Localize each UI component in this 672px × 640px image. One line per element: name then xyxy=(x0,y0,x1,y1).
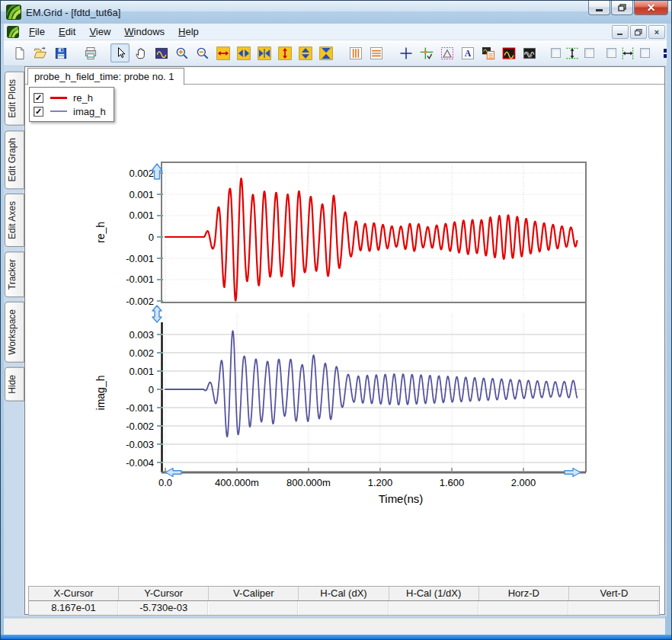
sidebar-tab-edit-axes[interactable]: Edit Axes xyxy=(5,194,24,247)
col-header-h-cal-dx-: H-Cal (dX) xyxy=(299,587,389,600)
trace-imag-h xyxy=(165,331,577,437)
zoom-in-icon[interactable] xyxy=(172,43,191,62)
scroll-right-arrow[interactable] xyxy=(565,469,581,477)
legend: ✓re_h✓imag_h xyxy=(29,87,114,122)
title-bar[interactable]: EM.Grid - [fdtd_tut6a] ✕ xyxy=(1,1,672,24)
sidebar-tab-tracker[interactable]: Tracker xyxy=(5,251,24,297)
minimize-button[interactable] xyxy=(588,1,610,15)
window-title: EM.Grid - [fdtd_tut6a] xyxy=(26,7,120,18)
h-link-icon[interactable] xyxy=(618,43,637,62)
red-wave-icon[interactable] xyxy=(499,43,518,62)
signal-select-icon[interactable] xyxy=(152,43,171,62)
col-header-horz-d: Horz-D xyxy=(479,587,569,600)
x-tick-label: 1.200 xyxy=(368,477,393,488)
mdi-close-button[interactable]: × xyxy=(648,25,665,39)
y-tick-label: 0.002 xyxy=(129,347,154,359)
layout-button[interactable]: Layou xyxy=(664,47,667,59)
col-header-v-caliper: V-Caliper xyxy=(209,587,299,600)
col-value-y-cursor: -5.730e-03 xyxy=(119,601,209,615)
svg-text:A: A xyxy=(464,49,471,59)
scroll-left-arrow[interactable] xyxy=(165,469,181,477)
close-button[interactable]: ✕ xyxy=(634,1,668,15)
col-header-vert-d: Vert-D xyxy=(569,587,659,600)
horizontal-stripes-icon[interactable] xyxy=(366,43,386,62)
sidebar-tab-hide[interactable]: Hide xyxy=(5,367,24,402)
crosshair-icon[interactable] xyxy=(396,43,415,62)
x-axis-title: Time(ns) xyxy=(379,492,424,505)
y-tick-label: -0.003 xyxy=(126,439,154,450)
legend-item-imag-h[interactable]: ✓imag_h xyxy=(34,104,106,118)
scroll-updown-arrow[interactable] xyxy=(152,306,162,322)
y-tick-label: 0.001 xyxy=(129,366,154,377)
text-icon[interactable]: A xyxy=(458,43,477,62)
col-header-y-cursor: Y-Cursor xyxy=(119,587,209,600)
pan-hand-icon[interactable] xyxy=(131,43,150,62)
menu-edit[interactable]: Edit xyxy=(52,24,82,40)
legend-label: imag_h xyxy=(73,106,106,117)
y-tick-label: 0 xyxy=(149,232,154,243)
expand-x-icon[interactable] xyxy=(213,43,232,62)
mdi-restore-button[interactable] xyxy=(630,25,647,39)
col-value-vert-d xyxy=(569,601,659,615)
legend-item-re-h[interactable]: ✓re_h xyxy=(34,91,106,104)
menu-help[interactable]: Help xyxy=(171,24,206,40)
vertical-stripes-icon[interactable] xyxy=(346,43,365,62)
restore-icon xyxy=(635,29,642,36)
x-tick-label: 0.0 xyxy=(158,477,172,488)
y-tick-label: -0.002 xyxy=(126,296,154,307)
y-axis-title-imag-h: imag_h xyxy=(94,376,107,411)
minimize-icon xyxy=(596,9,603,11)
col-value-v-caliper xyxy=(209,601,299,615)
tab-probe-h-field-time[interactable]: probe_h_field_time: probe no. 1 xyxy=(27,68,184,85)
x-tick-label: 800.000m xyxy=(286,477,331,488)
waves-icon[interactable] xyxy=(520,43,539,62)
status-bar xyxy=(4,618,665,636)
col-value-horz-d xyxy=(479,601,569,615)
caliper-icon[interactable] xyxy=(437,43,456,62)
sidebar-tab-edit-graph[interactable]: Edit Graph xyxy=(5,130,24,189)
trace-re-h xyxy=(165,178,577,300)
v-link-right-checkbox[interactable] xyxy=(584,48,594,58)
sidebar: Edit PlotsEdit GraphEdit AxesTrackerWork… xyxy=(5,69,24,613)
expand-y-icon[interactable] xyxy=(275,43,294,62)
y-tick-label: 0.002 xyxy=(129,168,154,179)
col-value-h-cal-dx- xyxy=(299,601,389,615)
zoom-out-icon[interactable] xyxy=(193,43,212,62)
work-area: Edit PlotsEdit GraphEdit AxesTrackerWork… xyxy=(4,66,667,616)
y-tick-label: -0.001 xyxy=(126,274,154,285)
menu-bar: FileEditViewWindowsHelp × xyxy=(4,24,667,40)
menu-windows[interactable]: Windows xyxy=(117,24,171,40)
sidebar-tab-workspace[interactable]: Workspace xyxy=(5,302,24,363)
tracker-icon[interactable] xyxy=(417,43,436,62)
chart[interactable]: 0.0020.0010.0010-0.001-0.001-0.002re_h0.… xyxy=(92,156,595,514)
window-border-bottom xyxy=(1,635,671,639)
sidebar-tab-edit-plots[interactable]: Edit Plots xyxy=(5,72,24,126)
print-icon[interactable] xyxy=(81,43,100,62)
close-icon: × xyxy=(654,27,659,37)
col-header-x-cursor: X-Cursor xyxy=(29,587,119,600)
y-tick-label: -0.004 xyxy=(126,457,154,469)
h-link-right-checkbox[interactable] xyxy=(640,48,650,58)
legend-checkbox-re-h[interactable]: ✓ xyxy=(34,93,43,103)
legend-label: re_h xyxy=(73,92,93,104)
fit-y-icon[interactable] xyxy=(316,43,335,62)
open-folder-icon[interactable] xyxy=(30,43,50,62)
h-link-left-checkbox[interactable] xyxy=(606,48,616,58)
v-link-left-checkbox[interactable] xyxy=(551,48,561,58)
menu-file[interactable]: File xyxy=(22,24,52,40)
legend-line-sample xyxy=(50,97,67,99)
shrink-y-icon[interactable] xyxy=(296,43,315,62)
document-tab-bar: probe_h_field_time: probe no. 1 xyxy=(25,67,664,85)
new-document-icon[interactable] xyxy=(10,43,29,62)
fit-x-icon[interactable] xyxy=(254,43,274,62)
plot-list-icon[interactable] xyxy=(478,43,498,62)
legend-checkbox-imag-h[interactable]: ✓ xyxy=(34,107,43,117)
save-icon[interactable] xyxy=(51,43,70,62)
layout-icon xyxy=(664,48,667,59)
menu-view[interactable]: View xyxy=(82,24,117,40)
pointer-icon[interactable] xyxy=(110,43,130,62)
mdi-minimize-button[interactable] xyxy=(612,25,629,39)
v-link-icon[interactable] xyxy=(562,43,581,62)
shrink-x-icon[interactable] xyxy=(234,43,253,62)
restore-button[interactable] xyxy=(611,1,633,15)
